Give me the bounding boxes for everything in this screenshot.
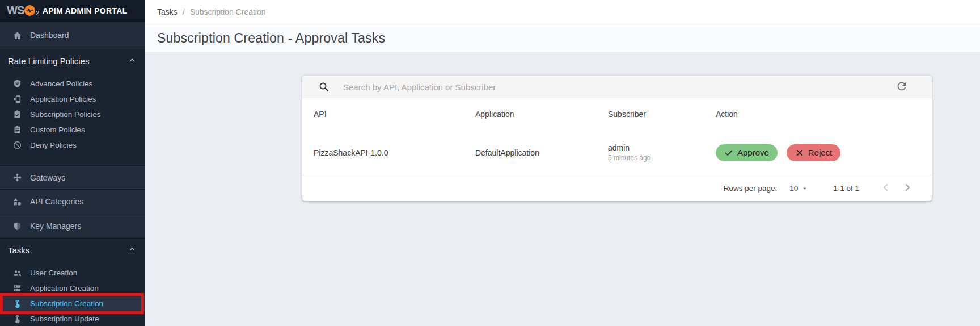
approval-tasks-card: API Application Subscriber Action PizzaS… (302, 76, 932, 201)
column-header-action: Action (716, 110, 932, 119)
sidebar-item-label: User Creation (30, 269, 77, 277)
sidebar-item-custom-policies[interactable]: Custom Policies (0, 122, 145, 137)
breadcrumb-current: Subscription Creation (190, 7, 266, 16)
sidebar-item-label: Application Policies (30, 95, 96, 103)
sidebar-section-rate-limiting-policies[interactable]: Rate Limiting Policies (0, 49, 145, 73)
column-header-application: Application (475, 110, 608, 119)
main-area: Tasks / Subscription Creation Subscripti… (145, 0, 980, 326)
search-icon (318, 81, 330, 93)
shield-search-icon (12, 79, 22, 89)
sidebar-item-key-managers[interactable]: Key Managers (0, 214, 145, 239)
sidebar-item-label: Deny Policies (30, 141, 77, 149)
rows-per-page-select[interactable]: 10 (789, 184, 808, 193)
cell-application: DefaultApplication (475, 148, 608, 157)
sidebar-item-user-creation[interactable]: User Creation (0, 265, 145, 281)
logo-sub-text: 2 (36, 10, 39, 16)
sidebar-item-application-policies[interactable]: Application Policies (0, 91, 145, 107)
sidebar-standalone-items: Gateways API Categories Key Managers (0, 165, 145, 239)
table-row: PizzaShackAPI-1.0.0 DefaultApplication a… (302, 130, 932, 175)
column-header-api: API (314, 110, 475, 119)
sidebar-section-tasks[interactable]: Tasks (0, 239, 145, 262)
sidebar-item-advanced-policies[interactable]: Advanced Policies (0, 76, 145, 91)
breadcrumb-parent[interactable]: Tasks (157, 7, 178, 16)
approve-button-label: Approve (737, 148, 769, 157)
sidebar-item-subscription-creation[interactable]: Subscription Creation (0, 296, 145, 311)
cell-api: PizzaShackAPI-1.0.0 (314, 148, 475, 157)
rows-per-page-value: 10 (789, 184, 798, 193)
gateway-icon (12, 173, 22, 182)
chevron-right-icon (902, 182, 913, 193)
categories-icon (12, 197, 22, 207)
content-area: API Application Subscriber Action PizzaS… (145, 52, 980, 326)
deny-icon (12, 140, 22, 150)
check-icon (724, 148, 733, 157)
sidebar-item-label: Key Managers (30, 221, 81, 231)
cell-action: Approve Reject (716, 144, 932, 161)
refresh-button[interactable] (894, 80, 909, 94)
refresh-icon (895, 86, 908, 94)
reject-button[interactable]: Reject (787, 144, 841, 161)
rows-per-page-label: Rows per page: (724, 184, 778, 193)
search-input[interactable] (343, 82, 894, 92)
sidebar-item-subscription-policies[interactable]: Subscription Policies (0, 107, 145, 122)
caret-down-icon (801, 185, 808, 192)
users-icon (12, 268, 22, 278)
section-header-label: Rate Limiting Policies (8, 56, 89, 66)
sidebar-item-gateways[interactable]: Gateways (0, 165, 145, 190)
clipboard-lines-icon (12, 125, 22, 135)
home-icon (12, 31, 22, 40)
sidebar-item-deny-policies[interactable]: Deny Policies (0, 137, 145, 153)
subscriber-name: admin (608, 143, 716, 152)
table-header-row: API Application Subscriber Action (302, 98, 932, 130)
shield-half-icon (12, 221, 22, 231)
approve-button[interactable]: Approve (716, 144, 778, 161)
sidebar: WS 2 APIM ADMIN PORTAL Dashboard Rate Li… (0, 0, 145, 326)
touch-icon (12, 299, 22, 308)
sidebar-item-label: Subscription Update (30, 315, 99, 323)
app-logo[interactable]: WS 2 APIM ADMIN PORTAL (0, 0, 145, 21)
previous-page-button[interactable] (878, 181, 893, 196)
search-bar (302, 76, 932, 98)
logo-pulse-icon (24, 5, 35, 16)
cell-subscriber: admin 5 minutes ago (608, 143, 716, 162)
touch-icon (12, 314, 22, 324)
pagination-bar: Rows per page: 10 1-1 of 1 (302, 175, 932, 201)
subscriber-time: 5 minutes ago (608, 154, 716, 162)
section-header-label: Tasks (8, 245, 29, 255)
sidebar-item-application-creation[interactable]: Application Creation (0, 281, 145, 296)
sidebar-item-label: Dashboard (30, 31, 69, 40)
chevron-up-icon (128, 245, 136, 255)
sidebar-item-api-categories[interactable]: API Categories (0, 190, 145, 214)
reject-button-label: Reject (808, 148, 833, 157)
column-header-subscriber: Subscriber (608, 110, 716, 119)
chevron-up-icon (128, 56, 136, 66)
logo-ws-text: WS (7, 4, 24, 17)
rate-limiting-items: Advanced Policies Application Policies S… (0, 76, 145, 153)
breadcrumb-separator: / (183, 7, 185, 16)
sidebar-item-label: Custom Policies (30, 126, 85, 134)
pagination-range: 1-1 of 1 (833, 184, 859, 193)
stack-icon (12, 283, 22, 293)
sidebar-item-subscription-update[interactable]: Subscription Update (0, 311, 145, 326)
sidebar-item-label: Advanced Policies (30, 80, 92, 88)
tasks-items: User Creation Application Creation Subsc… (0, 265, 145, 326)
sidebar-item-dashboard[interactable]: Dashboard (0, 21, 145, 49)
breadcrumb: Tasks / Subscription Creation (145, 0, 980, 24)
chevron-left-icon (880, 182, 892, 193)
mobile-policy-icon (12, 94, 22, 104)
sidebar-item-label: API Categories (30, 197, 83, 206)
logo-title: APIM ADMIN PORTAL (43, 6, 128, 15)
sidebar-item-label: Subscription Policies (30, 110, 101, 119)
next-page-button[interactable] (900, 181, 915, 196)
sidebar-item-label: Subscription Creation (30, 299, 103, 308)
x-icon (795, 148, 804, 157)
sidebar-item-label: Application Creation (30, 284, 99, 292)
page-title: Subscription Creation - Approval Tasks (157, 31, 385, 46)
title-bar: Subscription Creation - Approval Tasks (145, 24, 980, 52)
sidebar-item-label: Gateways (30, 173, 65, 182)
clipboard-check-icon (12, 110, 22, 119)
